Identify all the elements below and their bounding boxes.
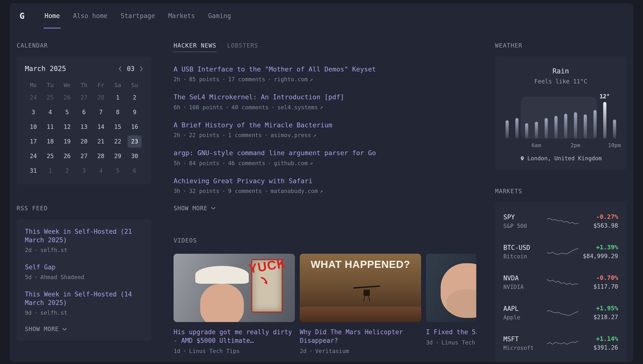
video-title[interactable]: His upgrade got me really dirty - AMD $5… xyxy=(174,328,295,345)
calendar-header: March 2025 03 xyxy=(25,65,143,73)
calendar-day[interactable]: 9 xyxy=(128,106,142,118)
calendar-day[interactable]: 2 xyxy=(128,92,142,104)
calendar-day[interactable]: 14 xyxy=(94,121,108,133)
news-story-comments[interactable]: 9 comments xyxy=(228,188,262,194)
news-story-title[interactable]: A USB Interface to the "Mother of All De… xyxy=(174,66,476,73)
news-story-comments[interactable]: 46 comments xyxy=(228,160,265,166)
calendar-prev-button[interactable] xyxy=(118,66,122,72)
calendar-day[interactable]: 3 xyxy=(77,165,91,177)
news-show-more-button[interactable]: SHOW MORE xyxy=(174,205,476,212)
market-symbol[interactable]: NVDA xyxy=(503,274,546,282)
calendar-day[interactable]: 26 xyxy=(60,150,74,162)
calendar-day[interactable]: 25 xyxy=(43,150,57,162)
nav-tab-startpage[interactable]: Startpage xyxy=(121,3,155,28)
nav-tab-gaming[interactable]: Gaming xyxy=(208,3,231,28)
rss-show-more-button[interactable]: SHOW MORE xyxy=(25,326,143,332)
news-story-comments[interactable]: 40 comments xyxy=(231,104,269,110)
rss-item-title[interactable]: This Week in Self-Hosted (21 March 2025) xyxy=(25,228,143,244)
nav-tab-markets[interactable]: Markets xyxy=(168,3,195,28)
calendar-day[interactable]: 30 xyxy=(128,150,142,162)
rss-item-source[interactable]: selfh.st xyxy=(40,310,67,316)
calendar-day[interactable]: 4 xyxy=(43,106,57,118)
video-title[interactable]: I Fixed the 5… Power Connect… xyxy=(426,328,476,336)
calendar-day[interactable]: 4 xyxy=(94,165,108,177)
video-channel[interactable]: Linus Tech Tips xyxy=(189,348,240,354)
calendar-day[interactable]: 6 xyxy=(77,106,91,118)
calendar-day[interactable]: 2 xyxy=(60,165,74,177)
calendar-day-selected[interactable]: 23 xyxy=(128,136,142,148)
news-tab-hacker-news[interactable]: HACKER NEWS xyxy=(174,42,216,52)
calendar-day[interactable]: 28 xyxy=(94,150,108,162)
weather-peak-temp: 12° xyxy=(599,93,610,100)
rss-item-title[interactable]: This Week in Self-Hosted (14 March 2025) xyxy=(25,290,143,307)
calendar-day[interactable]: 7 xyxy=(94,106,108,118)
app-logo[interactable]: G xyxy=(20,11,25,21)
market-spark xyxy=(546,246,579,258)
market-symbol[interactable]: BTC-USD xyxy=(503,244,546,251)
market-symbol[interactable]: MSFT xyxy=(503,336,546,343)
news-story-source[interactable]: matanabudy.com xyxy=(270,188,318,194)
main-content: CALENDAR March 2025 03 MoTuWeThFrSaSu xyxy=(10,28,633,362)
calendar-day[interactable]: 27 xyxy=(77,150,91,162)
calendar-day[interactable]: 15 xyxy=(111,121,125,133)
weather-widget: Rain Feels like 11°C 12°6am2pm10pm Londo… xyxy=(495,56,626,170)
nav-tab-also-home[interactable]: Also home xyxy=(73,3,107,28)
news-story-title[interactable]: A Brief History of the Miracle Bacterium xyxy=(174,121,476,129)
calendar-day[interactable]: 16 xyxy=(128,121,142,133)
calendar-day[interactable]: 10 xyxy=(26,121,41,133)
calendar-day[interactable]: 3 xyxy=(26,106,41,118)
calendar-day[interactable]: 6 xyxy=(128,165,142,177)
market-symbol[interactable]: SPY xyxy=(503,214,546,221)
rss-item-source[interactable]: Ahmad Shadeed xyxy=(40,274,84,280)
calendar-day[interactable]: 26 xyxy=(60,92,74,104)
calendar-day-cell: 26 xyxy=(59,149,76,164)
calendar-day[interactable]: 5 xyxy=(111,165,125,177)
news-story-title[interactable]: argp: GNU-style command line argument pa… xyxy=(174,149,476,157)
calendar-day[interactable]: 1 xyxy=(111,92,125,104)
calendar-day[interactable]: 27 xyxy=(77,92,91,104)
calendar-day[interactable]: 5 xyxy=(60,106,74,118)
calendar-day[interactable]: 8 xyxy=(111,106,125,118)
video-channel[interactable]: Linus Tech Tips xyxy=(441,339,476,346)
video-thumbnail[interactable]: WHAT HAPPENED? xyxy=(300,254,421,322)
video-channel[interactable]: Veritasium xyxy=(315,348,349,354)
calendar-day[interactable]: 1 xyxy=(43,165,57,177)
news-story-comments[interactable]: 17 comments xyxy=(228,76,265,82)
news-tab-lobsters[interactable]: LOBSTERS xyxy=(227,42,258,52)
market-symbol[interactable]: AAPL xyxy=(503,305,546,312)
calendar-next-button[interactable] xyxy=(140,66,143,72)
calendar-day[interactable]: 22 xyxy=(111,136,125,148)
news-story-source[interactable]: asimov.press xyxy=(270,132,311,138)
calendar-day[interactable]: 31 xyxy=(26,165,41,177)
news-story-comments[interactable]: 1 comments xyxy=(228,132,262,138)
news-story-title[interactable]: Achieving Great Privacy with Safari xyxy=(174,177,476,185)
calendar-day[interactable]: 12 xyxy=(60,121,74,133)
separator-dot-icon: • xyxy=(183,132,186,138)
calendar-day[interactable]: 18 xyxy=(43,136,57,148)
calendar-day[interactable]: 24 xyxy=(26,92,41,104)
calendar-day[interactable]: 29 xyxy=(111,150,125,162)
market-row: AAPL Apple +1.95% $218.27 xyxy=(503,298,618,328)
calendar-day[interactable]: 19 xyxy=(60,136,74,148)
calendar-day[interactable]: 17 xyxy=(26,136,41,148)
calendar-day[interactable]: 21 xyxy=(94,136,108,148)
nav-tab-home[interactable]: Home xyxy=(45,3,60,28)
calendar-day[interactable]: 24 xyxy=(26,150,41,162)
calendar-day[interactable]: 28 xyxy=(94,92,108,104)
video-title[interactable]: Why Did The Mars Helicopter Disappear? xyxy=(300,328,421,345)
news-story-source[interactable]: github.com xyxy=(274,160,308,166)
news-story-source[interactable]: righto.com xyxy=(274,76,308,82)
weather-bar xyxy=(525,123,528,138)
weather-bar xyxy=(613,120,616,138)
rss-item-source[interactable]: selfh.st xyxy=(40,247,67,253)
rss-item-title[interactable]: Self Gap xyxy=(25,263,143,272)
calendar-day[interactable]: 20 xyxy=(77,136,91,148)
news-story-title[interactable]: The SeL4 Microkernel: An Introduction [p… xyxy=(174,93,476,101)
news-story-age: 2h xyxy=(174,76,180,82)
calendar-day[interactable]: 13 xyxy=(77,121,91,133)
calendar-day[interactable]: 11 xyxy=(43,121,57,133)
calendar-day[interactable]: 25 xyxy=(43,92,57,104)
news-story-source[interactable]: sel4.systems xyxy=(277,104,318,110)
video-thumbnail[interactable]: YUCK xyxy=(174,254,295,322)
video-thumbnail[interactable]: DOTHT? xyxy=(426,254,476,322)
